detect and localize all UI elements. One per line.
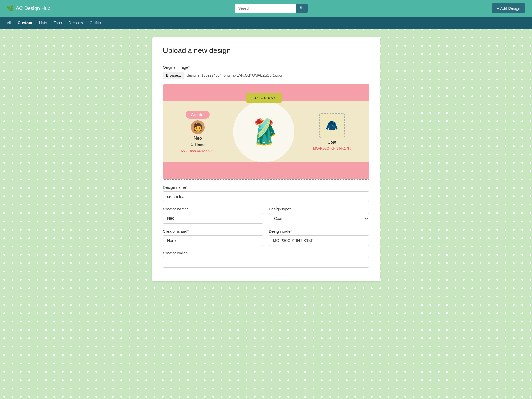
- design-code-input[interactable]: [269, 235, 369, 246]
- nav-item-dresses[interactable]: Dresses: [69, 19, 83, 26]
- creator-section: Creator 🧑 Neo 🏝 Home MA-1855-9042-0033: [181, 111, 214, 153]
- avatar: 🧑: [191, 120, 205, 134]
- design-type-group: Design type* Custom Hats Tops Dresses Ou…: [269, 207, 369, 224]
- design-code-preview: MO-P36G-KRNT-K1KR: [313, 146, 351, 150]
- leaf-icon: 🌿: [7, 5, 14, 12]
- design-type-select[interactable]: Custom Hats Tops Dresses Outfits Coat: [269, 213, 369, 224]
- brand-name: AC Design Hub: [16, 6, 50, 11]
- design-type-label: Design type*: [269, 207, 369, 211]
- nav-item-tops[interactable]: Tops: [53, 19, 62, 26]
- outfit-emoji: 🥻: [248, 119, 279, 144]
- creator-island-label: Creator island*: [163, 229, 263, 234]
- page-title: Upload a new design: [163, 46, 369, 58]
- outfit-banner: cream tea: [246, 93, 282, 103]
- original-image-group: Original image* Browse... designs_158922…: [163, 65, 369, 79]
- main-nav: All Custom Hats Tops Dresses Outfits: [0, 17, 532, 29]
- creator-name-group: Creator name*: [163, 207, 263, 224]
- file-name-display: designs_1589224364_original-EVkxGdYUMAE2…: [187, 73, 282, 77]
- creator-design-row: Creator name* Design type* Custom Hats T…: [163, 207, 369, 229]
- main-content: Upload a new design Original image* Brow…: [0, 29, 532, 290]
- design-thumbnail: 🧥: [319, 113, 345, 138]
- nav-item-all[interactable]: All: [7, 19, 11, 26]
- creator-island-input[interactable]: [163, 235, 263, 246]
- creator-name-preview: Neo: [194, 136, 202, 141]
- nav-item-outfits[interactable]: Outfits: [89, 19, 101, 26]
- creator-badge: Creator: [186, 111, 210, 119]
- creator-name-label: Creator name*: [163, 207, 263, 211]
- design-name-label: Design name*: [163, 185, 369, 190]
- design-section: 🧥 Coat MO-P36G-KRNT-K1KR: [313, 113, 351, 150]
- preview-container: Creator 🧑 Neo 🏝 Home MA-1855-9042-0033 c…: [163, 84, 369, 179]
- creator-island-preview: 🏝 Home: [190, 143, 205, 147]
- nav-item-custom[interactable]: Custom: [18, 19, 32, 26]
- outfit-display: cream tea 🥻: [233, 101, 294, 162]
- design-type-preview: Coat: [328, 140, 336, 145]
- creator-code-input[interactable]: [163, 257, 369, 268]
- search-input[interactable]: [235, 4, 296, 13]
- preview-content: Creator 🧑 Neo 🏝 Home MA-1855-9042-0033 c…: [163, 101, 369, 162]
- search-button[interactable]: 🔍: [296, 4, 308, 13]
- original-image-label: Original image*: [163, 65, 369, 70]
- creator-code-group: Creator code*: [163, 251, 369, 268]
- search-bar: 🔍: [235, 4, 308, 13]
- header: 🌿 AC Design Hub 🔍 + Add Design: [0, 0, 532, 17]
- creator-name-input[interactable]: [163, 213, 263, 224]
- file-upload-row: Browse... designs_1589224364_original-EV…: [163, 72, 369, 79]
- design-code-group: Design code*: [269, 229, 369, 246]
- creator-island-group: Creator island*: [163, 229, 263, 246]
- browse-button[interactable]: Browse...: [163, 72, 184, 79]
- creator-code-label: Creator code*: [163, 251, 369, 255]
- preview-bottom-bar: [163, 162, 369, 179]
- add-design-button[interactable]: + Add Design: [492, 3, 525, 13]
- design-code-label: Design code*: [269, 229, 369, 234]
- design-name-input[interactable]: [163, 191, 369, 202]
- island-code-row: Creator island* Design code*: [163, 229, 369, 251]
- image-preview-box: Creator 🧑 Neo 🏝 Home MA-1855-9042-0033 c…: [163, 84, 369, 180]
- nav-item-hats[interactable]: Hats: [39, 19, 47, 26]
- design-name-group: Design name*: [163, 185, 369, 202]
- preview-image: Creator 🧑 Neo 🏝 Home MA-1855-9042-0033 c…: [163, 84, 369, 179]
- brand: 🌿 AC Design Hub: [7, 5, 50, 12]
- creator-code-preview: MA-1855-9042-0033: [181, 149, 214, 153]
- upload-form-card: Upload a new design Original image* Brow…: [152, 37, 380, 281]
